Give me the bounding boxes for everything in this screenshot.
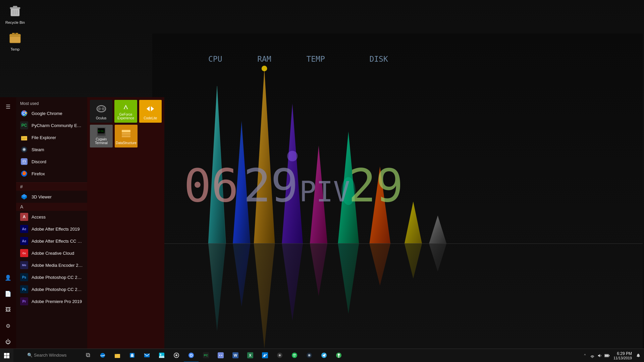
tray-notifications[interactable]	[635, 353, 641, 359]
discord-label: Discord	[32, 159, 46, 164]
wallpaper-visualization: CPU 06 RAM 29 TEMP PIV DISK 29	[151, 34, 644, 349]
firefox-label: Firefox	[32, 171, 45, 176]
system-clock[interactable]: 6:29 PM 11/13/2019	[611, 351, 634, 360]
taskbar-store[interactable]	[125, 349, 140, 362]
taskbar-telegram[interactable]	[317, 349, 331, 362]
taskbar-photos[interactable]	[154, 349, 169, 362]
tile-datastructure[interactable]: DataStructure	[115, 125, 138, 147]
taskbar: 🔍 Search Windows ⧉	[0, 349, 644, 362]
sidebar-pictures[interactable]: 🖼	[1, 303, 15, 316]
sidebar-power[interactable]: ⏻	[1, 335, 15, 349]
chrome-icon	[20, 109, 28, 117]
pycharm-icon: PC	[20, 121, 28, 129]
svg-rect-34	[13, 6, 17, 8]
taskbar-mail[interactable]	[140, 349, 154, 362]
app-ae2019[interactable]: Ae Adobe After Effects 2019	[16, 223, 87, 235]
sidebar-settings[interactable]: ⚙	[1, 319, 15, 333]
tray-expand[interactable]: ^	[582, 353, 588, 359]
taskbar-taskview[interactable]: ⧉	[80, 349, 95, 362]
recycle-bin-icon[interactable]: Recycle Bin	[2, 2, 29, 26]
taskbar-maps[interactable]	[331, 349, 346, 362]
app-3dviewer[interactable]: 3D Viewer	[16, 191, 87, 203]
temp-icon[interactable]: Temp	[2, 28, 29, 53]
start-menu-sidebar: ☰ 👤 📄 🖼 ⚙ ⏻	[0, 97, 16, 349]
app-google-chrome[interactable]: Google Chrome	[16, 107, 87, 119]
app-pycharm[interactable]: PC PyCharm Community Edition 2019.3.3	[16, 119, 87, 131]
app-firefox[interactable]: Firefox	[16, 168, 87, 180]
pr2019-icon: Pr	[20, 297, 28, 305]
most-used-section: Most used Google Chrome	[16, 97, 87, 183]
taskbar-vscode[interactable]	[258, 349, 272, 362]
app-ps2018[interactable]: Ps Adobe Photoshop CC 2018	[16, 271, 87, 283]
temp-label: Temp	[11, 47, 20, 51]
taskbar-steam-app[interactable]	[302, 349, 317, 362]
tile-geforce[interactable]: GeForce Experience	[114, 100, 137, 123]
svg-point-95	[279, 354, 281, 356]
pr2019-label: Adobe Premiere Pro 2019	[32, 299, 82, 304]
taskbar-discord-app[interactable]	[213, 349, 228, 362]
clock-time: 6:29 PM	[617, 351, 632, 356]
sidebar-document[interactable]: 📄	[1, 287, 15, 300]
svg-rect-40	[12, 33, 15, 35]
start-tiles: Oculus GeForce Experience	[87, 97, 164, 349]
taskbar-github[interactable]	[272, 349, 287, 362]
svg-text:29: 29	[243, 159, 298, 212]
tile-cygwin[interactable]: C:\>_ Cygwin Terminal	[90, 125, 113, 147]
all-apps-list[interactable]: # 3D Viewer A A Access	[16, 183, 87, 349]
svg-text:CPU: CPU	[208, 55, 222, 63]
app-ps2019[interactable]: Ps Adobe Photoshop CC 2019	[16, 283, 87, 295]
svg-rect-77	[7, 353, 10, 356]
app-pr2019[interactable]: Pr Adobe Premiere Pro 2019	[16, 295, 87, 307]
svg-rect-90	[218, 352, 224, 358]
svg-point-60	[98, 107, 101, 110]
tile-codelite[interactable]: CodeLite	[139, 100, 162, 123]
taskbar-edge[interactable]	[95, 349, 110, 362]
svg-point-50	[23, 149, 25, 150]
3dviewer-label: 3D Viewer	[32, 194, 52, 199]
app-discord[interactable]: Discord	[16, 156, 87, 168]
tile-codelite-label: CodeLite	[144, 116, 157, 120]
svg-rect-73	[122, 130, 130, 132]
app-media-encoder[interactable]: Me Adobe Media Encoder 2019	[16, 259, 87, 271]
section-a: A	[16, 203, 87, 211]
svg-rect-51	[21, 158, 28, 165]
creative-cloud-label: Adobe Creative Cloud	[32, 251, 74, 256]
taskbar-apps: 🔍 Search Windows ⧉	[13, 349, 579, 362]
tile-oculus[interactable]: Oculus	[90, 100, 112, 123]
app-steam[interactable]: Steam	[16, 143, 87, 156]
svg-rect-76	[4, 353, 7, 356]
taskbar-chrome[interactable]	[184, 349, 199, 362]
tile-datastructure-label: DataStructure	[116, 141, 137, 145]
taskbar-pycharm-app[interactable]: PC	[199, 349, 213, 362]
taskbar-search[interactable]: 🔍 Search Windows	[13, 349, 80, 362]
tray-battery[interactable]	[604, 353, 610, 359]
app-file-explorer[interactable]: File Explorer	[16, 131, 87, 143]
tile-geforce-label: GeForce Experience	[117, 113, 134, 120]
tray-volume[interactable]	[597, 353, 603, 359]
svg-rect-74	[122, 133, 130, 135]
svg-point-52	[23, 161, 24, 162]
app-ae2018[interactable]: Ae Adobe After Effects CC 2018	[16, 235, 87, 247]
app-creative-cloud[interactable]: Cc Adobe Creative Cloud	[16, 247, 87, 259]
app-access[interactable]: A Access	[16, 211, 87, 223]
ps2019-label: Adobe Photoshop CC 2019	[32, 287, 83, 292]
taskbar-spotify[interactable]	[287, 349, 302, 362]
taskbar-explorer-app[interactable]	[110, 349, 125, 362]
most-used-title: Most used	[16, 100, 87, 107]
svg-text:06: 06	[184, 159, 238, 212]
taskbar-excel[interactable]: X	[243, 349, 258, 362]
sidebar-user[interactable]: 👤	[1, 271, 15, 284]
svg-point-86	[175, 354, 177, 356]
svg-rect-39	[10, 34, 20, 37]
ae2018-label: Adobe After Effects CC 2018	[32, 239, 83, 244]
taskbar-word[interactable]: W	[228, 349, 243, 362]
tiles-row-2: C:\>_ Cygwin Terminal DataSt	[90, 125, 162, 147]
ae2018-icon: Ae	[20, 237, 28, 245]
tray-network[interactable]	[589, 353, 595, 359]
start-button[interactable]	[0, 349, 13, 362]
recycle-bin-label: Recycle Bin	[5, 20, 25, 24]
taskbar-settings-app[interactable]	[169, 349, 184, 362]
explorer-icon	[20, 133, 28, 141]
sidebar-hamburger[interactable]: ☰	[1, 100, 15, 113]
svg-point-61	[102, 107, 105, 110]
